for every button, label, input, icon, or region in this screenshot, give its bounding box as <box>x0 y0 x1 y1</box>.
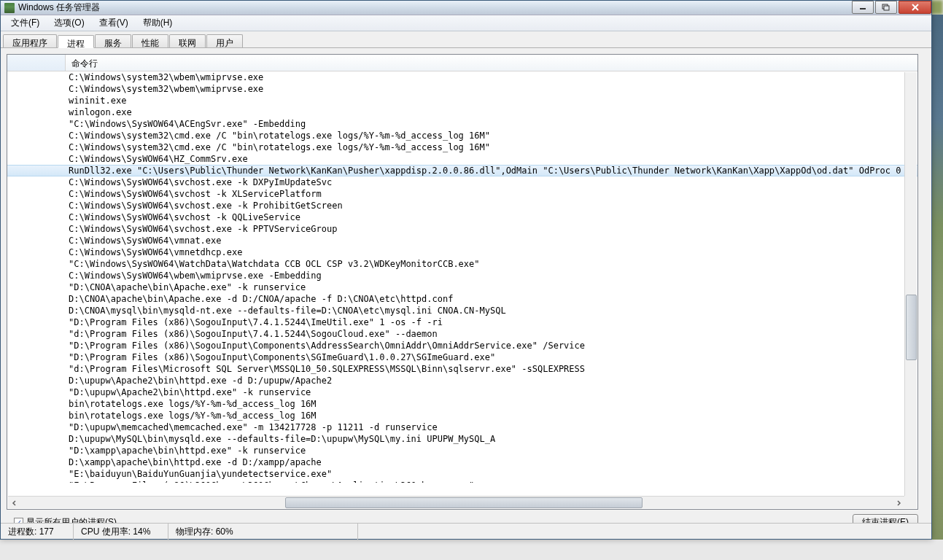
column-spacer[interactable] <box>7 55 66 71</box>
commandline-text: C:\Windows\SysWOW64\vmnetdhcp.exe <box>66 246 242 258</box>
commandline-text: "E:\baiduyun\BaiduYunGuanjia\yundetectse… <box>66 468 332 480</box>
commandline-text: C:\Windows\system32\wbem\wmiprvse.exe <box>66 71 263 83</box>
commandline-text: C:\Windows\SysWOW64\vmnat.exe <box>66 235 222 246</box>
task-manager-window: Windows 任务管理器 文件(F) 选项(O) 查看(V) 帮助(H) 应用… <box>0 0 932 540</box>
table-row[interactable]: "D:\Program Files (x86)\SogouInput\Compo… <box>7 351 917 363</box>
table-row[interactable]: "D:\xampp\apache\bin\httpd.exe" -k runse… <box>7 445 917 456</box>
commandline-text: "D:\CNOA\apache\bin\Apache.exe" -k runse… <box>66 281 306 293</box>
commandline-text: "D:\xampp\apache\bin\httpd.exe" -k runse… <box>66 445 306 456</box>
tab-performance[interactable]: 性能 <box>132 34 168 47</box>
statusbar: 进程数: 177 CPU 使用率: 14% 物理内存: 60% <box>1 523 931 539</box>
tab-processes[interactable]: 进程 <box>58 35 94 48</box>
process-list: 命令行 C:\Windows\system32\wbem\wmiprvse.ex… <box>7 54 918 510</box>
maximize-button[interactable] <box>875 1 897 14</box>
table-row[interactable]: "D:\upupw\Apache2\bin\httpd.exe" -k runs… <box>7 386 917 398</box>
table-row[interactable]: wininit.exe <box>7 95 917 106</box>
titlebar[interactable]: Windows 任务管理器 <box>1 1 931 15</box>
table-row[interactable]: C:\Windows\SysWOW64\svchost -k QQLiveSer… <box>7 211 917 223</box>
table-row[interactable]: D:\CNOA\apache\bin\Apache.exe -d D:/CNOA… <box>7 293 917 305</box>
menu-file[interactable]: 文件(F) <box>4 15 47 31</box>
table-row[interactable]: "E:\baiduyun\BaiduYunGuanjia\yundetectse… <box>7 468 917 480</box>
vertical-scroll-thumb[interactable] <box>906 295 917 360</box>
vertical-scrollbar[interactable] <box>904 72 917 496</box>
close-button[interactable] <box>899 1 931 14</box>
status-memory: 物理内存: 60% <box>168 524 358 540</box>
table-row[interactable]: "E:\Program Files (x86)\360Chrome\360Chr… <box>7 480 917 483</box>
commandline-text: C:\Windows\SysWOW64\svchost.exe -k Prohi… <box>66 200 343 211</box>
table-row[interactable]: bin\rotatelogs.exe logs/%Y-%m-%d_access_… <box>7 410 917 421</box>
table-row[interactable]: C:\Windows\SysWOW64\svchost.exe -k DXPyI… <box>7 176 917 188</box>
table-row[interactable]: winlogon.exe <box>7 106 917 118</box>
table-row[interactable]: C:\Windows\SysWOW64\svchost.exe -k Prohi… <box>7 200 917 211</box>
table-row[interactable]: "D:\Program Files (x86)\SogouInput\7.4.1… <box>7 316 917 328</box>
tab-services[interactable]: 服务 <box>95 34 131 47</box>
status-processes: 进程数: 177 <box>1 524 74 540</box>
tabbar: 应用程序 进程 服务 性能 联网 用户 <box>1 31 931 48</box>
list-body[interactable]: C:\Windows\system32\wbem\wmiprvse.exeC:\… <box>7 71 917 483</box>
table-row[interactable]: C:\Windows\SysWOW64\vmnat.exe <box>7 235 917 246</box>
table-row[interactable]: "d:\Program Files\Microsoft SQL Server\M… <box>7 363 917 375</box>
menu-help[interactable]: 帮助(H) <box>136 15 180 31</box>
table-row[interactable]: "C:\Windows\SysWOW64\WatchData\Watchdata… <box>7 258 917 270</box>
table-row[interactable]: C:\Windows\SysWOW64\svchost.exe -k PPTVS… <box>7 223 917 235</box>
scroll-left-icon[interactable] <box>8 497 20 509</box>
table-row[interactable]: C:\Windows\system32\wbem\wmiprvse.exe <box>7 83 917 95</box>
table-row[interactable]: C:\Windows\system32\cmd.exe /C "bin\rota… <box>7 130 917 141</box>
commandline-text: "D:\Program Files (x86)\SogouInput\Compo… <box>66 340 585 351</box>
horizontal-scroll-thumb[interactable] <box>285 497 643 508</box>
tab-applications[interactable]: 应用程序 <box>3 34 57 47</box>
commandline-text: RunDll32.exe "C:\Users\Public\Thunder Ne… <box>66 166 901 176</box>
table-row[interactable]: "D:\upupw\memcached\memcached.exe" -m 13… <box>7 421 917 433</box>
commandline-text: bin\rotatelogs.exe logs/%Y-%m-%d_access_… <box>66 410 317 421</box>
table-row[interactable]: bin\rotatelogs.exe logs/%Y-%m-%d_access_… <box>7 398 917 410</box>
tab-networking[interactable]: 联网 <box>169 34 206 47</box>
commandline-text: "D:\Program Files (x86)\SogouInput\7.4.1… <box>66 316 443 328</box>
minimize-button[interactable] <box>852 1 874 14</box>
table-row[interactable]: "D:\Program Files (x86)\SogouInput\Compo… <box>7 340 917 351</box>
commandline-text: "d:\Program Files\Microsoft SQL Server\M… <box>66 363 585 375</box>
table-row[interactable]: RunDll32.exe "C:\Users\Public\Thunder Ne… <box>7 165 917 176</box>
commandline-text: "E:\Program Files (x86)\360Chrome\360Chr… <box>66 480 474 483</box>
scroll-right-icon[interactable] <box>892 497 904 509</box>
table-row[interactable]: C:\Windows\system32\cmd.exe /C "bin\rota… <box>7 141 917 153</box>
commandline-text: "C:\Windows\SysWOW64\WatchData\Watchdata… <box>66 258 480 270</box>
table-row[interactable]: C:\Windows\SysWOW64\HZ_CommSrv.exe <box>7 153 917 165</box>
commandline-text: C:\Windows\SysWOW64\svchost -k QQLiveSer… <box>66 211 300 223</box>
commandline-text: D:\upupw\Apache2\bin\httpd.exe -d D:/upu… <box>66 375 332 386</box>
table-row[interactable]: D:\upupw\Apache2\bin\httpd.exe -d D:/upu… <box>7 375 917 386</box>
table-row[interactable]: C:\Windows\SysWOW64\svchost -k XLService… <box>7 188 917 200</box>
commandline-text: C:\Windows\SysWOW64\wbem\wmiprvse.exe -E… <box>66 270 322 281</box>
commandline-text: wininit.exe <box>66 95 126 106</box>
commandline-text: winlogon.exe <box>66 106 132 118</box>
commandline-text: C:\Windows\system32\cmd.exe /C "bin\rota… <box>66 141 490 153</box>
commandline-text: "C:\Windows\SysWOW64\ACEngSvr.exe" -Embe… <box>66 118 306 130</box>
column-commandline[interactable]: 命令行 <box>66 55 917 71</box>
svg-rect-2 <box>884 6 889 10</box>
table-row[interactable]: "C:\Windows\SysWOW64\ACEngSvr.exe" -Embe… <box>7 118 917 130</box>
commandline-text: C:\Windows\SysWOW64\HZ_CommSrv.exe <box>66 153 248 165</box>
commandline-text: C:\Windows\SysWOW64\svchost.exe -k DXPyI… <box>66 176 332 188</box>
table-row[interactable]: D:\xampp\apache\bin\httpd.exe -d D:/xamp… <box>7 456 917 468</box>
commandline-text: "D:\Program Files (x86)\SogouInput\Compo… <box>66 351 495 363</box>
commandline-text: C:\Windows\system32\wbem\wmiprvse.exe <box>66 83 263 95</box>
table-row[interactable]: C:\Windows\SysWOW64\wbem\wmiprvse.exe -E… <box>7 270 917 281</box>
menu-options[interactable]: 选项(O) <box>47 15 91 31</box>
scroll-corner <box>904 496 917 508</box>
table-row[interactable]: "D:\CNOA\apache\bin\Apache.exe" -k runse… <box>7 281 917 293</box>
commandline-text: "d:\Program Files (x86)\SogouInput\7.4.1… <box>66 328 438 340</box>
table-row[interactable]: "d:\Program Files (x86)\SogouInput\7.4.1… <box>7 328 917 340</box>
table-row[interactable]: C:\Windows\SysWOW64\vmnetdhcp.exe <box>7 246 917 258</box>
commandline-text: bin\rotatelogs.exe logs/%Y-%m-%d_access_… <box>66 398 317 410</box>
status-cpu: CPU 使用率: 14% <box>74 524 168 540</box>
table-row[interactable]: D:\upupw\MySQL\bin\mysqld.exe --defaults… <box>7 433 917 445</box>
commandline-text: D:\CNOA\mysql\bin\mysqld-nt.exe --defaul… <box>66 305 506 316</box>
app-icon <box>4 3 15 13</box>
menu-view[interactable]: 查看(V) <box>92 15 136 31</box>
table-row[interactable]: D:\CNOA\mysql\bin\mysqld-nt.exe --defaul… <box>7 305 917 316</box>
table-row[interactable]: C:\Windows\system32\wbem\wmiprvse.exe <box>7 71 917 83</box>
content-area: 命令行 C:\Windows\system32\wbem\wmiprvse.ex… <box>1 48 931 522</box>
horizontal-scrollbar[interactable] <box>8 496 904 508</box>
tab-users[interactable]: 用户 <box>206 34 243 47</box>
commandline-text: C:\Windows\SysWOW64\svchost.exe -k PPTVS… <box>66 223 337 235</box>
list-header: 命令行 <box>7 55 917 71</box>
